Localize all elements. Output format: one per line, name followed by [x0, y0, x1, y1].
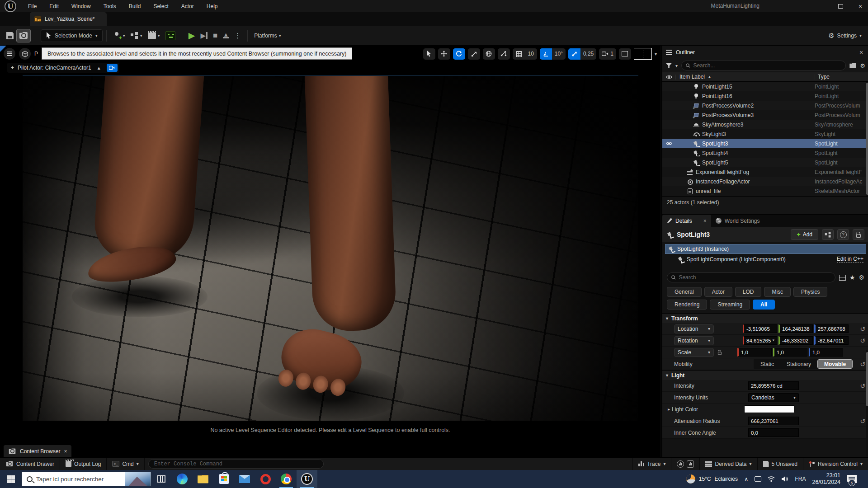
- wifi-icon[interactable]: [768, 476, 775, 482]
- menu-edit[interactable]: Edit: [44, 1, 64, 11]
- menu-help[interactable]: Help: [201, 1, 223, 11]
- help-button[interactable]: ?: [837, 229, 849, 240]
- details-search-input[interactable]: [679, 274, 831, 281]
- intensity-field[interactable]: 25,895576 cd: [748, 381, 799, 390]
- menu-file[interactable]: File: [23, 1, 42, 11]
- visibility-toggle[interactable]: [662, 141, 676, 146]
- attenuation-field[interactable]: 666,237061: [748, 417, 799, 425]
- filter-chevron-icon[interactable]: ▾: [675, 63, 678, 68]
- chip-rendering[interactable]: Rendering: [667, 300, 707, 310]
- light-section-header[interactable]: ▾ Light: [662, 370, 868, 380]
- reset-attenuation-icon[interactable]: ↺: [860, 418, 865, 425]
- scale-snap-toggle[interactable]: [568, 48, 580, 60]
- scale-tool-button[interactable]: [468, 48, 480, 60]
- scale-lock-icon[interactable]: [718, 352, 722, 355]
- stop-piloting-button[interactable]: ▲: [95, 66, 103, 70]
- unsaved-button[interactable]: 5 Unsaved: [758, 458, 803, 470]
- inner-cone-field[interactable]: 0,0: [748, 428, 799, 437]
- device-icon[interactable]: [755, 476, 761, 482]
- menu-select[interactable]: Select: [148, 1, 174, 11]
- maximize-button[interactable]: [835, 3, 845, 10]
- outliner-row[interactable]: ExponentialHeightFogExponentialHeightF: [662, 167, 868, 177]
- browse-content-button[interactable]: [16, 29, 31, 42]
- location-z-field[interactable]: 257,686768: [814, 324, 849, 333]
- chip-general[interactable]: General: [667, 287, 702, 297]
- viewport-layout-button[interactable]: [619, 48, 631, 60]
- chip-lod[interactable]: LOD: [735, 287, 762, 297]
- perspective-dropdown[interactable]: [19, 48, 31, 60]
- add-component-button[interactable]: + Add: [791, 229, 818, 240]
- rotation-x-field[interactable]: 84,615265 °: [743, 336, 777, 345]
- start-button[interactable]: [0, 470, 22, 488]
- output-log-button[interactable]: Output Log: [60, 458, 107, 470]
- rotation-dropdown[interactable]: Rotation▾: [674, 336, 714, 345]
- menu-window[interactable]: Window: [66, 1, 96, 11]
- angle-snap-value[interactable]: 10°: [552, 48, 566, 60]
- task-view-button[interactable]: [151, 470, 172, 488]
- outliner-search[interactable]: [681, 61, 846, 70]
- grid-snap-value[interactable]: 10: [525, 48, 537, 60]
- mobility-stationary[interactable]: Stationary: [780, 359, 817, 369]
- stop-button[interactable]: ■: [210, 29, 220, 42]
- favorites-icon[interactable]: ★: [849, 274, 855, 281]
- light-color-swatch[interactable]: [744, 405, 795, 413]
- chip-misc[interactable]: Misc: [764, 287, 791, 297]
- play-options-kebab[interactable]: ⋮: [231, 29, 244, 42]
- revision-control-dropdown[interactable]: Revision Control ▾: [803, 458, 868, 470]
- mail-button[interactable]: [234, 470, 255, 488]
- level-viewport[interactable]: P Browses to the associated level and se…: [0, 46, 660, 457]
- rotation-z-field[interactable]: -82,647011: [814, 336, 849, 345]
- camera-view-toggle[interactable]: [107, 64, 118, 72]
- outliner-row-selected[interactable]: SpotLight3SpotLight: [662, 139, 868, 148]
- outliner-close-icon[interactable]: ×: [857, 49, 865, 56]
- scale-z-field[interactable]: 1,0: [809, 348, 843, 357]
- reset-intensity-icon[interactable]: ↺: [860, 382, 865, 389]
- level-tab[interactable]: Lev_Yazkua_Scene*: [30, 12, 107, 26]
- tab-world-settings[interactable]: World Settings: [711, 215, 764, 227]
- selection-mode-dropdown[interactable]: Selection Mode ▾: [41, 29, 103, 42]
- outliner-row[interactable]: PostProcessVolume3PostProcessVolum: [662, 110, 868, 120]
- eject-button[interactable]: ▲: [220, 29, 231, 42]
- display-mode-icon[interactable]: [839, 275, 846, 281]
- composition-overlay-icon[interactable]: [634, 48, 652, 60]
- frame-skip-button[interactable]: ▶: [198, 29, 210, 42]
- settings-dropdown[interactable]: ⚙ Settings ▾: [828, 32, 862, 40]
- play-button[interactable]: ▶: [186, 29, 198, 42]
- outliner-row[interactable]: SpotLight5SpotLight: [662, 158, 868, 167]
- reset-rotation-icon[interactable]: ↺: [860, 337, 865, 344]
- outliner-row[interactable]: PointLight15PointLight: [662, 82, 868, 91]
- content-drawer-button[interactable]: Content Drawer: [0, 458, 60, 470]
- filter-icon[interactable]: [666, 63, 672, 68]
- mobility-static[interactable]: Static: [754, 359, 780, 369]
- minimize-button[interactable]: –: [816, 3, 826, 10]
- insights-buttons[interactable]: [671, 458, 700, 470]
- menu-actor[interactable]: Actor: [176, 1, 199, 11]
- chip-physics[interactable]: Physics: [793, 287, 827, 297]
- lock-details-button[interactable]: [853, 229, 864, 240]
- reset-location-icon[interactable]: ↺: [860, 325, 865, 333]
- select-tool-button[interactable]: [423, 48, 435, 60]
- outliner-row[interactable]: SpotLight4SpotLight: [662, 148, 868, 158]
- menu-tools[interactable]: Tools: [98, 1, 122, 11]
- edge-button[interactable]: [172, 470, 193, 488]
- close-button[interactable]: ×: [855, 3, 865, 10]
- outliner-row[interactable]: unreal_fileSkeletalMeshActor: [662, 186, 868, 196]
- location-y-field[interactable]: 164,248138: [778, 324, 813, 333]
- language-indicator[interactable]: FRA: [795, 476, 806, 482]
- mobility-movable[interactable]: Movable: [817, 359, 853, 369]
- outliner-row[interactable]: PointLight16PointLight: [662, 91, 868, 101]
- chip-streaming[interactable]: Streaming: [710, 300, 750, 310]
- outliner-scrollbar[interactable]: [866, 82, 868, 196]
- transform-section-header[interactable]: ▾ Transform: [662, 313, 868, 323]
- blueprint-convert-button[interactable]: [822, 229, 834, 240]
- platforms-dropdown[interactable]: Platforms▾: [251, 29, 284, 42]
- edit-in-cpp-link[interactable]: Edit in C++: [837, 256, 863, 263]
- hidden-icons-button[interactable]: ∧: [744, 476, 749, 483]
- chip-all[interactable]: All: [753, 300, 775, 310]
- blueprints-dropdown[interactable]: ▾: [128, 29, 145, 42]
- content-browser-tab[interactable]: Content Browser ×: [3, 445, 72, 457]
- taskbar-search[interactable]: [22, 472, 151, 486]
- content-browser-close-icon[interactable]: ×: [64, 448, 67, 455]
- surface-snapping-button[interactable]: [498, 48, 510, 60]
- scale-y-field[interactable]: 1,0: [773, 348, 807, 357]
